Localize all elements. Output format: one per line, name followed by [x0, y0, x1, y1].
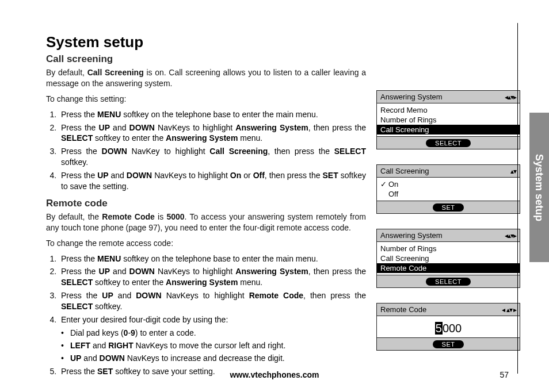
menu-item-on: ✓On — [380, 179, 516, 189]
text: is — [155, 212, 167, 221]
bullet-icon: • — [61, 340, 70, 351]
text-bold: Remote Code — [249, 291, 303, 300]
text: Press the — [61, 147, 102, 156]
menu-item: Call Screening — [380, 253, 516, 263]
text: , then press the — [308, 267, 366, 276]
code-value: 5000 — [377, 316, 520, 337]
remote-code-lead: To change the remote access code: — [46, 238, 366, 249]
text: By default, — [46, 68, 87, 77]
text: Press the — [61, 291, 102, 300]
text-bold: Answering System — [235, 267, 308, 276]
call-screening-heading: Call screening — [46, 53, 366, 65]
text-bold: SELECT — [61, 133, 93, 143]
text-bold: Answering System — [166, 278, 238, 287]
text: softkey on the telephone base to enter t… — [121, 254, 318, 263]
text-bold: DOWN — [127, 171, 152, 180]
call-screening-intro: By default, Call Screening is on. Call s… — [46, 67, 366, 89]
text: NavKey to highlight — [127, 147, 209, 156]
text: Dial pad keys ( — [70, 328, 124, 337]
step-2: Press the UP and DOWN NavKeys to highlig… — [59, 266, 366, 288]
text: NavKeys to move the cursor left and righ… — [134, 341, 286, 350]
step-3: Press the UP and DOWN NavKeys to highlig… — [59, 290, 366, 312]
text-bold: MENU — [97, 254, 121, 263]
text: and — [81, 353, 99, 363]
remote-code-steps: Press the MENU softkey on the telephone … — [59, 253, 366, 377]
lcd-screen-answering-system-1: Answering System ◂▴▾▸ Record Memo Number… — [376, 90, 520, 149]
text: NavKeys to highlight — [152, 171, 230, 180]
text-bold: Call Screening — [209, 147, 268, 156]
checkmark-icon: ✓ — [380, 180, 388, 189]
menu-item-highlighted: Call Screening — [377, 125, 520, 134]
text-bold: UP — [97, 171, 108, 180]
text: 000 — [443, 322, 462, 335]
text: Press the — [61, 254, 97, 263]
text: and — [110, 267, 129, 276]
text: NavKeys to increase and decrease the dig… — [125, 353, 285, 363]
text: , then press the — [303, 291, 366, 300]
remote-code-heading: Remote code — [46, 198, 366, 209]
up-down-icon: ▴▾ — [510, 167, 516, 175]
text-bold: UP — [99, 123, 110, 132]
set-button: SET — [433, 340, 464, 348]
screen-title: Call Screening — [380, 167, 429, 175]
screen-title: Remote Code — [380, 305, 426, 314]
text: By default, the — [46, 212, 102, 221]
text: and — [109, 171, 127, 180]
select-button: SELECT — [426, 278, 471, 286]
call-screening-steps: Press the MENU softkey on the telephone … — [59, 109, 366, 192]
text: NavKeys to highlight — [155, 267, 235, 276]
menu-item: Number of Rings — [380, 115, 516, 125]
text: menu. — [238, 278, 262, 287]
text: softkey. — [61, 157, 88, 167]
text-bold: SELECT — [61, 278, 93, 287]
text-bold: 9 — [131, 328, 135, 337]
page-title: System setup — [46, 33, 520, 51]
text-bold: Call Screening — [87, 68, 144, 77]
text: softkey. — [93, 302, 122, 311]
up-down-icon: ◂▴▾▸ — [505, 232, 516, 240]
step-1: Press the MENU softkey on the telephone … — [59, 109, 366, 120]
text-bold: DOWN — [129, 123, 155, 132]
text-bold: Remote Code — [102, 212, 155, 221]
text-bold: DOWN — [129, 267, 155, 276]
up-down-icon: ◂▴▾▸ — [505, 93, 516, 101]
text-bold: UP — [102, 291, 113, 300]
lcd-screen-answering-system-2: Answering System ◂▴▾▸ Number of Rings Ca… — [376, 229, 520, 288]
menu-item: Number of Rings — [380, 244, 516, 253]
step-4: Enter your desired four-digit code by us… — [59, 314, 366, 364]
text-bold: 5000 — [166, 212, 184, 221]
step-3: Press the DOWN NavKey to highlight Call … — [59, 146, 366, 168]
menu-item-off: Off — [380, 189, 516, 199]
menu-item: Record Memo — [380, 105, 516, 115]
text: Press the — [61, 267, 99, 276]
text: Press the — [61, 171, 97, 180]
text-bold: RIGHT — [108, 341, 134, 350]
call-screening-lead: To change this setting: — [46, 94, 366, 105]
text: Press the — [61, 110, 97, 119]
set-button: SET — [433, 203, 464, 212]
text: , then press the — [265, 171, 323, 180]
step-1: Press the MENU softkey on the telephone … — [59, 253, 366, 264]
text-bold: UP — [99, 267, 110, 276]
text-bold: UP — [70, 353, 81, 363]
text: and — [113, 291, 136, 300]
text-bold: Answering System — [166, 133, 238, 143]
text: and — [110, 123, 129, 132]
bullet-icon: • — [61, 353, 70, 364]
text-bold: SELECT — [334, 147, 366, 156]
text: , then press the — [308, 123, 366, 132]
side-tab-label: System setup — [533, 153, 546, 221]
text-bold: Off — [253, 171, 265, 180]
text: softkey to enter the — [93, 278, 166, 287]
text: NavKeys to highlight — [155, 123, 235, 132]
bullet-icon: • — [61, 328, 70, 339]
bullet-text: UP and DOWN NavKeys to increase and decr… — [70, 353, 285, 364]
lcd-screen-call-screening: Call Screening ▴▾ ✓On Off SET — [376, 164, 520, 214]
footer-url: www.vtechphones.com — [0, 370, 549, 379]
text: softkey to enter the — [93, 133, 166, 143]
side-tab: System setup — [529, 113, 549, 262]
text-bold: DOWN — [100, 353, 125, 363]
text: Press the — [61, 123, 99, 132]
text-bold: On — [230, 171, 241, 180]
text: , then press the — [268, 147, 334, 156]
